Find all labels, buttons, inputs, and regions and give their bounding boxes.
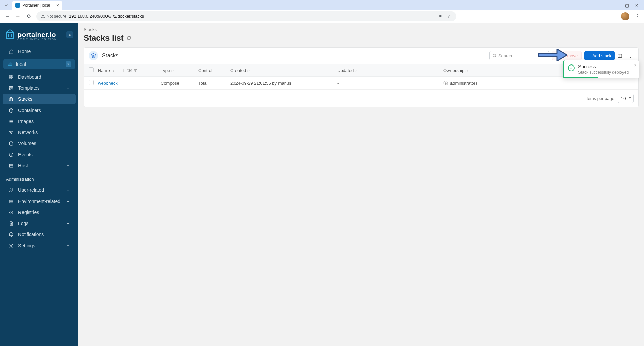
trash-icon bbox=[556, 54, 560, 58]
sidebar-admin-registries[interactable]: Registries bbox=[3, 207, 76, 218]
sidebar-item-label: Host bbox=[18, 163, 28, 168]
svg-point-6 bbox=[12, 131, 13, 132]
address-bar[interactable]: Not secure 192.168.0.240:9000/#!/2/docke… bbox=[36, 11, 456, 21]
dashboard-icon bbox=[9, 75, 14, 80]
key-icon[interactable] bbox=[438, 14, 443, 19]
stacks-icon bbox=[9, 97, 14, 102]
sidebar-item-home[interactable]: Home bbox=[3, 46, 76, 57]
sidebar-admin-notifications[interactable]: Notifications bbox=[3, 229, 76, 240]
col-created[interactable]: Created↓↑ bbox=[230, 68, 337, 73]
stacks-panel-icon bbox=[89, 51, 98, 60]
docker-icon bbox=[7, 62, 13, 66]
sidebar-collapse-icon[interactable]: « bbox=[66, 31, 73, 38]
sidebar-item-label: Registries bbox=[18, 210, 39, 215]
svg-rect-1 bbox=[9, 75, 11, 76]
browser-tab[interactable]: Portainer | local × bbox=[12, 1, 62, 10]
logs-icon bbox=[9, 221, 14, 226]
sidebar-admin-settings[interactable]: Settings bbox=[3, 240, 76, 251]
favicon-icon bbox=[15, 3, 20, 8]
tab-close-icon[interactable]: × bbox=[56, 3, 59, 8]
col-name[interactable]: Name ↓↑ Filter bbox=[98, 68, 161, 73]
browser-toolbar: ← → ⟳ Not secure 192.168.0.240:9000/#!/2… bbox=[0, 10, 644, 23]
chevron-down-icon bbox=[66, 244, 70, 247]
filter-icon bbox=[133, 69, 137, 72]
sidebar-item-containers[interactable]: Containers bbox=[3, 105, 76, 116]
sidebar-item-host[interactable]: Host bbox=[3, 160, 76, 171]
svg-rect-2 bbox=[12, 75, 13, 76]
sidebar-item-volumes[interactable]: Volumes bbox=[3, 138, 76, 149]
svg-point-12 bbox=[10, 189, 11, 190]
breadcrumb[interactable]: Stacks bbox=[84, 27, 639, 32]
panel-menu-icon[interactable]: ⋮ bbox=[627, 53, 634, 59]
reload-icon[interactable]: ⟳ bbox=[26, 13, 32, 19]
profile-avatar[interactable] bbox=[621, 12, 629, 20]
select-all-checkbox[interactable] bbox=[89, 67, 94, 72]
sidebar-item-templates[interactable]: Templates bbox=[3, 83, 76, 93]
svg-rect-10 bbox=[10, 164, 13, 166]
window-controls: — ▢ ✕ bbox=[614, 3, 641, 10]
columns-icon[interactable] bbox=[617, 53, 624, 58]
containers-icon bbox=[9, 108, 14, 113]
search-clear-icon[interactable]: × bbox=[544, 53, 546, 58]
sidebar-admin-logs[interactable]: Logs bbox=[3, 218, 76, 229]
table-footer: Items per page 10 bbox=[84, 90, 638, 107]
portainer-logo-icon bbox=[5, 29, 15, 40]
home-icon bbox=[9, 49, 14, 54]
env-chip[interactable]: local × bbox=[3, 59, 75, 69]
stack-name-link[interactable]: webcheck bbox=[98, 81, 118, 86]
sidebar-admin-user-related[interactable]: User-related bbox=[3, 185, 76, 196]
add-stack-button[interactable]: + Add stack bbox=[584, 51, 615, 60]
page-size-select[interactable]: 10 bbox=[618, 94, 634, 103]
refresh-icon[interactable] bbox=[126, 35, 132, 41]
env-icon bbox=[9, 199, 14, 204]
stacks-panel: Stacks Search... × Remove + Add stack bbox=[84, 47, 639, 107]
events-icon bbox=[9, 152, 14, 157]
col-type[interactable]: Type↓↑ bbox=[161, 68, 198, 73]
maximize-icon[interactable]: ▢ bbox=[625, 3, 629, 8]
minimize-icon[interactable]: — bbox=[614, 3, 619, 8]
users-icon bbox=[9, 188, 14, 193]
success-toast: ✓ Success Stack successfully deployed × bbox=[563, 60, 639, 78]
tab-title: Portainer | local bbox=[22, 3, 50, 8]
volumes-icon bbox=[9, 141, 14, 146]
search-input[interactable]: Search... × bbox=[489, 51, 549, 60]
host-icon bbox=[9, 163, 14, 168]
sidebar-item-label: Templates bbox=[18, 85, 40, 91]
not-secure-badge[interactable]: Not secure bbox=[41, 14, 66, 19]
notifications-icon bbox=[9, 232, 14, 237]
templates-icon bbox=[9, 86, 14, 91]
env-close-icon[interactable]: × bbox=[66, 61, 71, 67]
chevron-down-icon bbox=[66, 164, 70, 167]
panel-title: Stacks bbox=[102, 53, 118, 59]
filter-button[interactable]: Filter bbox=[123, 68, 137, 73]
svg-point-16 bbox=[11, 245, 12, 246]
sidebar-item-networks[interactable]: Networks bbox=[3, 127, 76, 138]
col-control[interactable]: Control bbox=[198, 68, 230, 73]
back-icon[interactable]: ← bbox=[4, 13, 11, 19]
main-content: Stacks Stacks list Stacks Search... × bbox=[78, 23, 644, 346]
sidebar-item-label: Images bbox=[18, 119, 34, 124]
sidebar-item-stacks[interactable]: Stacks bbox=[3, 94, 76, 104]
toast-close-icon[interactable]: × bbox=[634, 62, 637, 68]
close-window-icon[interactable]: ✕ bbox=[635, 3, 639, 8]
svg-point-17 bbox=[493, 54, 496, 57]
sidebar-item-events[interactable]: Events bbox=[3, 149, 76, 160]
search-icon bbox=[492, 54, 497, 58]
sidebar-logo[interactable]: portainer.io COMMUNITY EDITION « bbox=[0, 26, 78, 46]
sidebar-admin-environment-related[interactable]: Environment-related bbox=[3, 196, 76, 207]
col-updated[interactable]: Updated↓↑ bbox=[337, 68, 443, 73]
table-header: Name ↓↑ Filter Type↓↑ Control Created↓↑ … bbox=[84, 64, 638, 77]
row-checkbox[interactable] bbox=[89, 80, 94, 85]
forward-icon: → bbox=[15, 13, 22, 19]
tab-dropdown-icon[interactable] bbox=[3, 2, 10, 9]
svg-point-8 bbox=[10, 141, 13, 143]
cell-type: Compose bbox=[161, 81, 198, 86]
sidebar-item-label: User-related bbox=[18, 187, 44, 193]
star-icon[interactable]: ☆ bbox=[447, 14, 452, 19]
browser-menu-icon[interactable]: ⋮ bbox=[635, 13, 640, 19]
url-text: 192.168.0.240:9000/#!/2/docker/stacks bbox=[69, 14, 144, 19]
svg-point-15 bbox=[11, 212, 12, 213]
sidebar-item-images[interactable]: Images bbox=[3, 116, 76, 127]
sidebar-item-dashboard[interactable]: Dashboard bbox=[3, 72, 76, 82]
remove-button: Remove bbox=[552, 51, 582, 60]
